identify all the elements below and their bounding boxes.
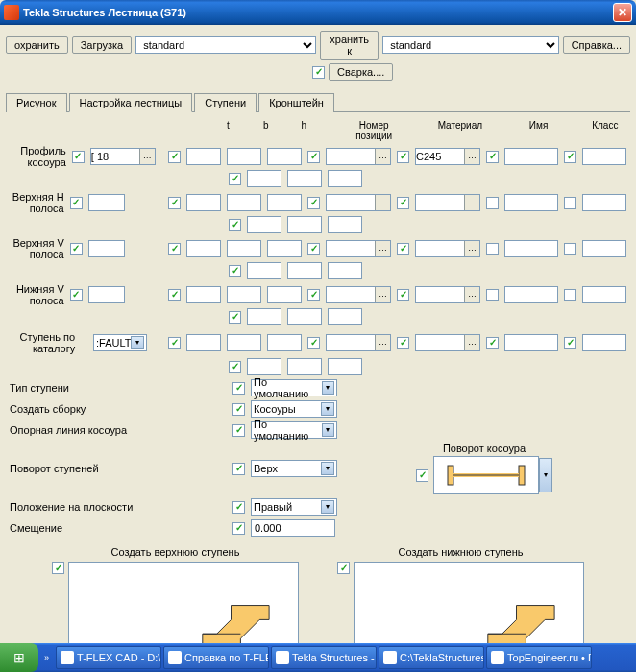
cb-botV-tbh[interactable] [168, 289, 181, 301]
cb-extra[interactable] [229, 361, 241, 373]
start-button[interactable]: ⊞ [0, 643, 38, 672]
tab-bracket[interactable]: Кронштейн [258, 93, 334, 112]
cb-topH-prof[interactable] [70, 197, 83, 209]
preset-select-2[interactable]: standard [382, 36, 558, 54]
botV-val[interactable] [88, 286, 125, 303]
tab-stair-settings[interactable]: Настройка лестницы [69, 93, 193, 112]
cb-topV-class[interactable] [564, 243, 576, 255]
cb-cat-2[interactable] [307, 337, 320, 349]
cb-topH-class[interactable] [564, 197, 576, 209]
topH-material[interactable]: … [415, 194, 480, 211]
cb-botV-prof[interactable] [70, 289, 83, 301]
preset-select-1[interactable]: standard [135, 36, 316, 54]
extra-h[interactable] [328, 358, 362, 375]
profile-profile[interactable]: … [90, 148, 156, 165]
cat-material[interactable]: … [415, 334, 480, 351]
cb-topV-prof[interactable] [70, 243, 83, 255]
cat-h[interactable] [267, 334, 302, 351]
cb-cat-1[interactable] [168, 337, 181, 349]
profile-numpos[interactable]: … [326, 148, 391, 165]
botV-class[interactable] [582, 286, 626, 303]
taskbar-item-0[interactable]: T-FLEX CAD - D:\Вла... [56, 646, 161, 669]
cat-numpos[interactable]: … [326, 334, 391, 351]
step-type-select[interactable]: По умолчанию▾ [251, 379, 337, 396]
botV-t[interactable] [186, 286, 221, 303]
cat-class[interactable] [582, 334, 626, 351]
cb-profile-tbh[interactable] [168, 151, 181, 163]
cb-cat-4[interactable] [486, 337, 499, 349]
cb-botV-class[interactable] [564, 289, 576, 301]
rot-stringer-preview[interactable] [433, 456, 539, 494]
weld-checkbox[interactable] [312, 66, 325, 79]
profile-t[interactable] [186, 148, 221, 165]
cb-topH-x[interactable] [229, 219, 241, 231]
topH-h[interactable] [267, 194, 302, 211]
cb-profile-mat[interactable] [397, 151, 409, 163]
taskbar-item-1[interactable]: Справка по T-FLEX С... [163, 646, 269, 669]
topH-numpos[interactable]: … [326, 194, 391, 211]
cb-topH-mat[interactable] [397, 197, 409, 209]
profile-h[interactable] [267, 148, 302, 165]
cb-top-stair[interactable] [52, 562, 64, 574]
cb-botV-x[interactable] [229, 311, 241, 324]
topV-b[interactable] [227, 240, 261, 257]
topV-material[interactable]: … [415, 240, 480, 257]
close-button[interactable]: ✕ [613, 3, 632, 22]
cb-profile-x[interactable] [229, 173, 241, 185]
taskbar-item-3[interactable]: C:\TeklaStructures\1... [379, 646, 484, 669]
cb-botV-mat[interactable] [397, 289, 409, 301]
topH-t[interactable] [186, 194, 221, 211]
tab-steps[interactable]: Ступени [194, 93, 257, 112]
cb-topV-mat[interactable] [397, 243, 409, 255]
botV-h[interactable] [267, 286, 302, 303]
cb-profile-prof[interactable] [72, 151, 85, 163]
load-button[interactable]: Загрузка [72, 36, 132, 54]
profile-name[interactable] [504, 148, 558, 165]
topV-numpos[interactable]: … [326, 240, 391, 257]
profile-b[interactable] [227, 148, 261, 165]
help-button[interactable]: Справка... [563, 36, 630, 54]
store-in-button[interactable]: хранить к [320, 31, 379, 60]
topV-t[interactable] [186, 240, 221, 257]
tab-drawing[interactable]: Рисунок [6, 93, 67, 112]
taskbar-item-4[interactable]: TopEngineer.ru • Гла... [486, 646, 592, 669]
catalog-select[interactable]: :FAULT▾ [93, 334, 147, 351]
cb-offset[interactable] [232, 522, 245, 535]
topV-name[interactable] [504, 240, 558, 257]
cb-topH-np[interactable] [307, 197, 320, 209]
cb-asm[interactable] [232, 403, 245, 416]
botV-numpos[interactable]: … [326, 286, 391, 303]
topV-class[interactable] [582, 240, 626, 257]
cb-profile-name[interactable] [486, 151, 499, 163]
baseline-select[interactable]: По умолчанию▾ [251, 421, 337, 439]
topV-val[interactable] [88, 240, 125, 257]
cb-rotstringer[interactable] [416, 469, 428, 482]
plane-pos-select[interactable]: Правый▾ [251, 498, 337, 516]
cb-bot-stair[interactable] [337, 562, 350, 574]
weld-button[interactable]: Сварка.... [329, 63, 393, 81]
botV-name[interactable] [504, 286, 558, 303]
cb-topV-x[interactable] [229, 265, 241, 277]
cb-planepos[interactable] [232, 501, 245, 514]
cb-cat-5[interactable] [564, 337, 576, 349]
topH-b[interactable] [227, 194, 261, 211]
rot-steps-select[interactable]: Верх▾ [251, 460, 337, 477]
offset-input[interactable] [251, 519, 335, 537]
cb-topH-tbh[interactable] [168, 197, 181, 209]
create-asm-select[interactable]: Косоуры▾ [251, 400, 337, 418]
cb-steptype[interactable] [232, 382, 245, 395]
topV-h[interactable] [267, 240, 302, 257]
cat-t[interactable] [186, 334, 221, 351]
extra-b[interactable] [287, 358, 322, 375]
cb-profile-np[interactable] [307, 151, 320, 163]
cb-baseline[interactable] [232, 424, 245, 437]
cat-b[interactable] [227, 334, 261, 351]
cb-profile-class[interactable] [564, 151, 576, 163]
cb-botV-np[interactable] [307, 289, 320, 301]
rot-stringer-dropdown[interactable]: ▾ [539, 458, 552, 492]
cb-botV-name[interactable] [486, 289, 499, 301]
extra-t[interactable] [247, 358, 281, 375]
cb-rotsteps[interactable] [232, 463, 245, 475]
cb-topV-tbh[interactable] [168, 243, 181, 255]
profile-material[interactable]: … [415, 148, 480, 165]
